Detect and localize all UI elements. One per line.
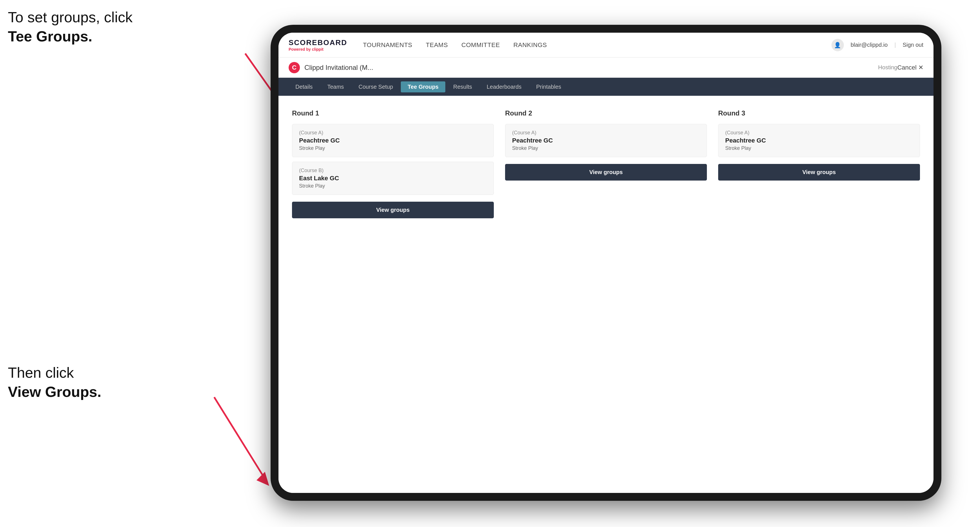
- svg-marker-3: [256, 472, 269, 486]
- instruction-bottom-bold: View Groups.: [8, 384, 101, 400]
- instruction-bottom: Then click View Groups.: [8, 364, 101, 402]
- tablet-screen: SCOREBOARD Powered by clippit TOURNAMENT…: [278, 33, 934, 493]
- tab-leaderboards[interactable]: Leaderboards: [480, 81, 528, 92]
- instruction-top-bold: Tee Groups.: [8, 28, 92, 44]
- cancel-button[interactable]: Cancel ✕: [897, 64, 923, 71]
- nav-tournaments[interactable]: TOURNAMENTS: [363, 41, 412, 49]
- round-2-title: Round 2: [505, 109, 707, 117]
- round-2-column: Round 2 (Course A) Peachtree GC Stroke P…: [505, 109, 707, 218]
- tab-tee-groups[interactable]: Tee Groups: [401, 81, 445, 92]
- nav-divider: |: [894, 42, 896, 48]
- round-1-course-a-label: (Course A): [299, 130, 487, 136]
- logo-sub: Powered by clippit: [289, 47, 347, 52]
- round-2-course-a-format: Stroke Play: [512, 145, 700, 151]
- instruction-bottom-line1: Then click: [8, 365, 74, 381]
- round-1-course-b-name: East Lake GC: [299, 175, 487, 182]
- tab-details[interactable]: Details: [289, 81, 319, 92]
- round-1-view-groups-button[interactable]: View groups: [292, 202, 494, 218]
- nav-right: 👤 blair@clippd.io | Sign out: [832, 39, 923, 51]
- instruction-top: To set groups, click Tee Groups.: [8, 8, 132, 46]
- round-3-title: Round 3: [718, 109, 920, 117]
- round-1-title: Round 1: [292, 109, 494, 117]
- round-1-course-a-name: Peachtree GC: [299, 137, 487, 144]
- sub-header: C Clippd Invitational (M... Hosting Canc…: [278, 57, 934, 78]
- round-2-view-groups-button[interactable]: View groups: [505, 164, 707, 181]
- main-content: Round 1 (Course A) Peachtree GC Stroke P…: [278, 96, 934, 493]
- logo-area: SCOREBOARD Powered by clippit: [289, 38, 347, 52]
- tab-teams[interactable]: Teams: [320, 81, 351, 92]
- nav-teams[interactable]: TEAMS: [426, 41, 448, 49]
- round-1-column: Round 1 (Course A) Peachtree GC Stroke P…: [292, 109, 494, 218]
- tab-bar: Details Teams Course Setup Tee Groups Re…: [278, 78, 934, 96]
- sign-out-link[interactable]: Sign out: [903, 42, 923, 48]
- round-3-course-a-name: Peachtree GC: [725, 137, 913, 144]
- hosting-badge: Hosting: [878, 64, 897, 71]
- nav-rankings[interactable]: RANKINGS: [514, 41, 547, 49]
- nav-user-email: blair@clippd.io: [851, 42, 888, 48]
- round-2-course-a-card: (Course A) Peachtree GC Stroke Play: [505, 124, 707, 157]
- user-avatar: 👤: [832, 39, 844, 51]
- round-2-course-a-label: (Course A): [512, 130, 700, 136]
- round-1-course-b-card: (Course B) East Lake GC Stroke Play: [292, 162, 494, 195]
- round-3-course-a-label: (Course A): [725, 130, 913, 136]
- round-1-course-a-card: (Course A) Peachtree GC Stroke Play: [292, 124, 494, 157]
- round-3-course-a-card: (Course A) Peachtree GC Stroke Play: [718, 124, 920, 157]
- logo-text: SCOREBOARD: [289, 38, 347, 47]
- tab-printables[interactable]: Printables: [529, 81, 568, 92]
- rounds-container: Round 1 (Course A) Peachtree GC Stroke P…: [292, 109, 920, 218]
- tournament-icon: C: [289, 62, 300, 73]
- round-1-course-b-format: Stroke Play: [299, 183, 487, 189]
- svg-line-2: [214, 397, 265, 479]
- round-3-column: Round 3 (Course A) Peachtree GC Stroke P…: [718, 109, 920, 218]
- tab-course-setup[interactable]: Course Setup: [352, 81, 400, 92]
- round-2-course-a-name: Peachtree GC: [512, 137, 700, 144]
- arrow-bottom: [135, 389, 282, 496]
- round-3-view-groups-button[interactable]: View groups: [718, 164, 920, 181]
- top-nav: SCOREBOARD Powered by clippit TOURNAMENT…: [278, 33, 934, 57]
- round-1-course-b-label: (Course B): [299, 168, 487, 173]
- tournament-name: Clippd Invitational (M...: [304, 63, 875, 71]
- tab-results[interactable]: Results: [447, 81, 479, 92]
- tablet: SCOREBOARD Powered by clippit TOURNAMENT…: [270, 25, 942, 501]
- nav-links: TOURNAMENTS TEAMS COMMITTEE RANKINGS: [363, 41, 832, 49]
- instruction-top-line1: To set groups, click: [8, 9, 132, 25]
- nav-committee[interactable]: COMMITTEE: [461, 41, 500, 49]
- round-1-course-a-format: Stroke Play: [299, 145, 487, 151]
- round-3-course-a-format: Stroke Play: [725, 145, 913, 151]
